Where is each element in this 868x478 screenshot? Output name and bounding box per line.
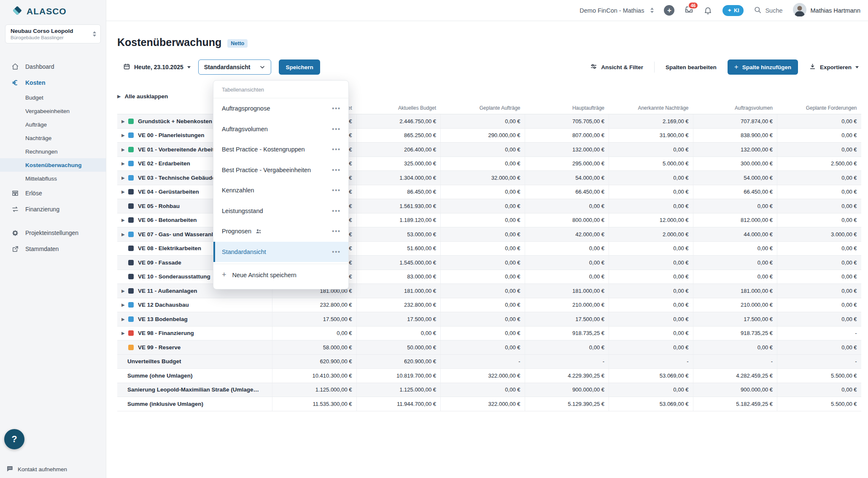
row-name-cell: ▶VE 12 Dachausbau: [117, 298, 272, 312]
cell-aktuelles-budget: 206.400,00 €: [356, 143, 441, 157]
sidebar-item-projekteinstellungen[interactable]: Projekteinstellungen: [0, 225, 106, 241]
sidebar-item-kostenüberwachung[interactable]: Kostenüberwachung: [0, 158, 106, 172]
row-menu-icon[interactable]: •••: [332, 208, 341, 214]
expand-all-label: Alle ausklappen: [124, 93, 168, 100]
cell-anerkannte-nachträge: 0,00 €: [609, 171, 693, 185]
expand-row-icon[interactable]: ▶: [121, 161, 127, 166]
column-header-aktuelles-budget[interactable]: Aktuelles Budget: [356, 105, 441, 114]
sidebar-item-rechnungen[interactable]: Rechnungen: [0, 145, 106, 158]
inbox-button[interactable]: 46: [685, 5, 693, 16]
row-menu-icon[interactable]: •••: [332, 248, 341, 255]
sidebar-item-label: Stammdaten: [25, 246, 59, 252]
row-name: Summe (inklusive Umlagen): [127, 401, 203, 407]
view-option-prognosen[interactable]: Prognosen•••: [213, 221, 348, 242]
cell-geplante-aufträge: 0,00 €: [440, 242, 525, 256]
row-name: Grundstück + Nebenkosten: [138, 118, 212, 124]
view-option-best-practice-kostengruppen[interactable]: Best Practice - Kostengruppen•••: [213, 139, 348, 160]
expand-row-icon[interactable]: ▶: [121, 218, 127, 222]
expand-row-icon[interactable]: ▶: [121, 119, 127, 124]
column-header-hauptaufträge[interactable]: Hauptaufträge: [525, 105, 609, 114]
ki-assistant-button[interactable]: ✦ KI: [722, 5, 744, 16]
contact-link[interactable]: Kontakt aufnehmen: [0, 460, 106, 478]
sidebar-item-kosten[interactable]: Kosten: [0, 75, 106, 91]
view-option-best-practice-vergabeeinheiten[interactable]: Best Practice - Vergabeeinheiten•••: [213, 160, 348, 181]
bell-button[interactable]: [704, 6, 712, 15]
help-button[interactable]: ?: [4, 429, 24, 449]
org-selector[interactable]: Demo FinCon - Mathias: [580, 7, 654, 14]
expand-row-icon[interactable]: ▶: [121, 176, 127, 180]
table-row-ve-13-bodenbelag[interactable]: ▶VE 13 Bodenbelag17.500,00 €17.500,00 €0…: [117, 312, 861, 327]
sidebar-item-dashboard[interactable]: Dashboard: [0, 59, 106, 75]
sidebar-item-vergabeeinheiten[interactable]: Vergabeeinheiten: [0, 104, 106, 118]
row-menu-icon[interactable]: •••: [332, 105, 341, 112]
expand-row-icon[interactable]: ▶: [121, 317, 127, 321]
row-menu-icon[interactable]: •••: [332, 126, 341, 132]
cell-geplante-aufträge: -: [440, 355, 525, 369]
column-header-geplante-aufträge[interactable]: Geplante Aufträge: [440, 105, 525, 114]
view-filter-button[interactable]: Ansicht & Filter: [590, 63, 643, 71]
row-menu-icon[interactable]: •••: [332, 167, 341, 173]
view-option-leistungsstand[interactable]: Leistungsstand•••: [213, 201, 348, 221]
column-header-auftragsvolumen[interactable]: Auftragsvolumen: [693, 105, 777, 114]
cell-auftragsvolumen: 838.900,00 €: [693, 129, 777, 143]
table-row-ve-99-reserve[interactable]: VE 99 - Reserve58.000,00 €50.000,00 €0,0…: [117, 340, 861, 355]
sidebar-item-aufträge[interactable]: Aufträge: [0, 118, 106, 131]
category-color-square: [128, 161, 134, 166]
expand-row-icon[interactable]: ▶: [121, 133, 127, 138]
add-button[interactable]: +: [664, 5, 674, 16]
view-option-auftragsprognose[interactable]: Auftragsprognose•••: [213, 98, 348, 119]
view-option-kennzahlen[interactable]: Kennzahlen•••: [213, 180, 348, 201]
external-icon: [11, 245, 19, 253]
column-header-anerkannte-nachträge[interactable]: Anerkannte Nachträge: [609, 105, 693, 114]
sidebar-item-mittelabfluss[interactable]: Mittelabfluss: [0, 172, 106, 185]
view-option-auftragsvolumen[interactable]: Auftragsvolumen•••: [213, 119, 348, 140]
table-row-unverteiltes-budget[interactable]: Unverteiltes Budget620.900,00 €620.900,0…: [117, 355, 861, 369]
sidebar-item-finanzierung[interactable]: Finanzierung: [0, 201, 106, 217]
expand-row-icon[interactable]: ▶: [121, 189, 127, 194]
table-row-ve-12-dachausbau[interactable]: ▶VE 12 Dachausbau232.800,00 €232.800,00 …: [117, 298, 861, 313]
cell-hauptaufträge: 0,00 €: [525, 256, 609, 270]
save-button[interactable]: Speichern: [279, 59, 320, 75]
row-name: VE 06 - Betonarbeiten: [138, 217, 197, 223]
expand-row-icon[interactable]: ▶: [121, 289, 127, 293]
sidebar-item-label: Aufträge: [25, 122, 47, 128]
sidebar-item-stammdaten[interactable]: Stammdaten: [0, 241, 106, 257]
expand-row-icon[interactable]: ▶: [121, 147, 127, 152]
project-selector[interactable]: Neubau Corso Leopold Bürogebäude Basslin…: [5, 24, 101, 43]
category-color-square: [128, 288, 134, 294]
cell-hauptaufträge: 0,00 €: [525, 270, 609, 284]
view-option-standardansicht[interactable]: Standardansicht•••: [213, 242, 348, 262]
chat-bubble-icon: [6, 465, 13, 474]
search-button[interactable]: Suche: [754, 6, 782, 15]
row-menu-icon[interactable]: •••: [332, 146, 341, 153]
edit-columns-button[interactable]: Spalten bearbeiten: [666, 64, 717, 70]
table-row-summe-inklusive-umlagen[interactable]: Summe (inklusive Umlagen)11.535.300,00 €…: [117, 397, 861, 411]
table-row-summe-ohne-umlagen[interactable]: Summe (ohne Umlagen)10.410.300,00 €10.81…: [117, 369, 861, 383]
category-color-square: [128, 260, 134, 265]
export-button[interactable]: Exportieren: [809, 63, 859, 71]
add-column-button[interactable]: + Spalte hinzufügen: [728, 59, 798, 75]
cell-geplante-aufträge: 0,00 €: [440, 327, 525, 340]
cell-geplante-aufträge: 0,00 €: [440, 143, 525, 157]
view-option-label: Leistungsstand: [222, 208, 263, 214]
date-filter[interactable]: Heute, 23.10.2025: [123, 63, 191, 71]
new-view-button[interactable]: + Neue Ansicht speichern: [213, 264, 348, 286]
row-menu-icon[interactable]: •••: [332, 228, 341, 235]
row-name: VE 98 - Finanzierung: [138, 330, 194, 336]
expand-row-icon[interactable]: ▶: [121, 302, 127, 307]
view-select[interactable]: Standardansicht: [198, 59, 272, 75]
sidebar-item-erlöse[interactable]: Erlöse: [0, 185, 106, 201]
expand-row-icon[interactable]: ▶: [121, 331, 127, 335]
row-menu-icon[interactable]: •••: [332, 187, 341, 194]
column-header-geplante-forderungen[interactable]: Geplante Forderungen: [777, 105, 861, 114]
cell-aktuelles-budget: 17.500,00 €: [356, 312, 441, 326]
sidebar-item-budget[interactable]: Budget: [0, 91, 106, 104]
cell-auftragsvolumen: 181.000,00 €: [693, 284, 777, 298]
user-menu[interactable]: Mathias Hartmann: [793, 3, 860, 18]
category-color-square: [128, 330, 134, 336]
table-row-ve-98-finanzierung[interactable]: ▶VE 98 - Finanzierung0,00 €0,00 €0,00 €9…: [117, 327, 861, 341]
table-row-sanierung-leopold-maximilian-straße-umlage[interactable]: Sanierung Leopold-Maximilian Straße (Uml…: [117, 383, 861, 397]
expand-row-icon[interactable]: ▶: [121, 232, 127, 237]
category-color-square: [128, 316, 134, 322]
sidebar-item-nachträge[interactable]: Nachträge: [0, 131, 106, 145]
